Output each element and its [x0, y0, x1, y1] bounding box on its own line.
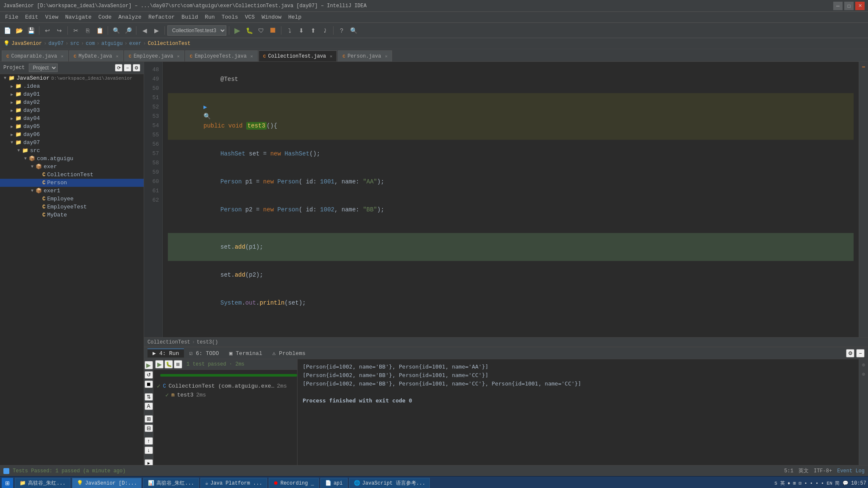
project-collapse-button[interactable]: − — [124, 64, 131, 72]
scroll-up-button[interactable]: ↑ — [145, 437, 153, 445]
minimize-button[interactable]: ─ — [833, 2, 843, 10]
run-debug-button[interactable]: 🐛 — [244, 25, 255, 36]
event-log-link[interactable]: Event Log — [837, 468, 865, 474]
menu-build[interactable]: Build — [178, 13, 201, 21]
tab-mydate[interactable]: C MyDate.java ✕ — [69, 50, 123, 61]
taskbar-api[interactable]: 📄 api — [320, 478, 348, 488]
tree-src[interactable]: ▼ 📁 src — [0, 147, 144, 155]
tab-employee[interactable]: C Employee.java ✕ — [124, 50, 184, 61]
collapse-button[interactable]: ⊟ — [145, 424, 153, 432]
taskbar-explorer[interactable]: 📁 高驻谷_朱红... — [15, 478, 70, 488]
tab-comparable[interactable]: C Comparable.java ✕ — [2, 50, 68, 61]
find-button[interactable]: 🔍 — [111, 25, 122, 36]
step-into-button[interactable]: ⬇ — [296, 25, 307, 36]
menu-file[interactable]: File — [2, 13, 22, 21]
tree-employeetest[interactable]: C EmployeeTest — [0, 203, 144, 211]
tab-terminal[interactable]: ▣ Terminal — [224, 349, 267, 358]
project-sync-button[interactable]: ⟳ — [115, 64, 122, 72]
paste-button[interactable]: 📋 — [94, 25, 105, 36]
back-button[interactable]: ◀ — [139, 25, 150, 36]
tree-idea[interactable]: ▶ 📁 .idea — [0, 82, 144, 90]
stop-run-button[interactable]: ⏹ — [145, 380, 153, 388]
rerun-button[interactable]: ▶ — [145, 361, 153, 369]
run-panel-settings-button[interactable]: ⚙ — [846, 349, 854, 358]
close-button[interactable]: ✕ — [855, 2, 865, 10]
tab-problems[interactable]: ⚠ Problems — [267, 349, 311, 358]
redo-button[interactable]: ↪ — [54, 25, 65, 36]
taskbar-java-platform[interactable]: ☕ Java Platform ... — [200, 478, 267, 488]
taskbar-powerpoint[interactable]: 📊 高驻谷_朱红... — [143, 478, 199, 488]
breadcrumb-root[interactable]: JavaSenior — [11, 41, 42, 47]
open-button[interactable]: 📂 — [14, 25, 25, 36]
code-editor[interactable]: 48 49 50 51 52 53 54 55 56 57 58 59 60 6… — [144, 62, 868, 337]
sort-alpha-button[interactable]: A — [145, 402, 153, 410]
tab-close-person[interactable]: ✕ — [385, 54, 387, 59]
tab-close-comparable[interactable]: ✕ — [61, 54, 64, 59]
code-content[interactable]: @Test ▶ 🔍 public void test3(){ HashSet s… — [163, 62, 859, 337]
run-button[interactable]: ▶ — [232, 25, 243, 36]
tree-day04[interactable]: ▶ 📁 day04 — [0, 114, 144, 122]
menu-help[interactable]: Help — [285, 13, 305, 21]
new-file-button[interactable]: 📄 — [2, 25, 13, 36]
menu-view[interactable]: View — [42, 13, 61, 21]
tree-day02[interactable]: ▶ 📁 day02 — [0, 98, 144, 106]
menu-tools[interactable]: Tools — [218, 13, 242, 21]
taskbar-js-ref[interactable]: 🌐 JavaScript 语言参考... — [349, 478, 430, 488]
expand-button[interactable]: ⊞ — [145, 415, 153, 423]
start-button[interactable]: ⊞ — [2, 478, 13, 488]
tree-mydate[interactable]: C MyDate — [0, 211, 144, 219]
taskbar-recording[interactable]: ⏺ Recording _ — [269, 478, 319, 488]
copy-button[interactable]: ⎘ — [82, 25, 93, 36]
breadcrumb-day07[interactable]: day07 — [48, 41, 64, 47]
project-settings-button[interactable]: ⚙ — [133, 64, 140, 72]
tree-day01[interactable]: ▶ 📁 day01 — [0, 90, 144, 98]
rerun-failed-button[interactable]: ↺ — [145, 371, 153, 379]
menu-vcs[interactable]: VCS — [242, 13, 258, 21]
project-scope-select[interactable]: Project — [29, 64, 58, 72]
tab-run[interactable]: ▶ 4: Run — [147, 349, 184, 358]
next-failed-button[interactable]: ▸ — [145, 459, 153, 465]
undo-button[interactable]: ↩ — [42, 25, 53, 36]
find-usages-button[interactable]: 🔎 — [122, 25, 134, 36]
tree-day05[interactable]: ▶ 📁 day05 — [0, 122, 144, 130]
tree-day03[interactable]: ▶ 📁 day03 — [0, 106, 144, 114]
side-scroll-area[interactable]: ━ — [859, 62, 868, 337]
search-everywhere-button[interactable]: 🔍 — [348, 25, 359, 36]
cut-button[interactable]: ✂ — [70, 25, 81, 36]
breadcrumb-atguigu[interactable]: atguigu — [101, 41, 122, 47]
menu-edit[interactable]: Edit — [22, 13, 42, 21]
run-panel-minimize-button[interactable]: − — [856, 349, 865, 358]
run-stop-btn2[interactable]: ⏹ — [174, 360, 182, 369]
tab-close-employeetest[interactable]: ✕ — [250, 54, 253, 59]
tab-todo[interactable]: ☑ 6: TODO — [184, 349, 224, 358]
tree-exer1[interactable]: ▼ 📦 exer1 — [0, 187, 144, 195]
sort-button[interactable]: ⇅ — [145, 393, 153, 401]
maximize-button[interactable]: □ — [844, 2, 854, 10]
breadcrumb-file[interactable]: CollectionTest — [148, 41, 191, 47]
menu-code[interactable]: Code — [95, 13, 115, 21]
stop-button[interactable]: ⏹ — [267, 25, 278, 36]
tab-close-collectiontest[interactable]: ✕ — [330, 54, 332, 59]
test-suite-row[interactable]: ✓ C CollectionTest (com.atguigu.exe… 2ms — [157, 382, 294, 391]
tab-employeetest[interactable]: C EmployeeTest.java ✕ — [185, 50, 258, 61]
run-coverage-button[interactable]: 🛡 — [256, 25, 267, 36]
tree-person[interactable]: C Person — [0, 179, 144, 187]
editor-bc-test3[interactable]: test3() — [197, 339, 218, 345]
run-to-cursor-button[interactable]: ⤸ — [320, 25, 331, 36]
menu-refactor[interactable]: Refactor — [145, 13, 178, 21]
tree-day07[interactable]: ▼ 📁 day07 — [0, 139, 144, 147]
editor-bc-collectiontest[interactable]: CollectionTest — [147, 339, 190, 345]
run-debug-mode-button[interactable]: 🐛 — [164, 360, 173, 369]
breadcrumb-com[interactable]: com — [86, 41, 95, 47]
save-button[interactable]: 💾 — [25, 25, 36, 36]
breadcrumb-exer[interactable]: exer — [129, 41, 142, 47]
run-play-button[interactable]: ▶ — [155, 360, 164, 369]
tab-close-employee[interactable]: ✕ — [177, 54, 180, 59]
tree-exer[interactable]: ▼ 📦 exer — [0, 163, 144, 171]
tree-collectiontest[interactable]: C CollectionTest — [0, 171, 144, 179]
tab-close-mydate[interactable]: ✕ — [116, 54, 119, 59]
menu-navigate[interactable]: Navigate — [62, 13, 95, 21]
menu-run[interactable]: Run — [201, 13, 218, 21]
step-out-button[interactable]: ⬆ — [308, 25, 319, 36]
test-case-row[interactable]: ✓ m test3 2ms — [157, 391, 294, 399]
